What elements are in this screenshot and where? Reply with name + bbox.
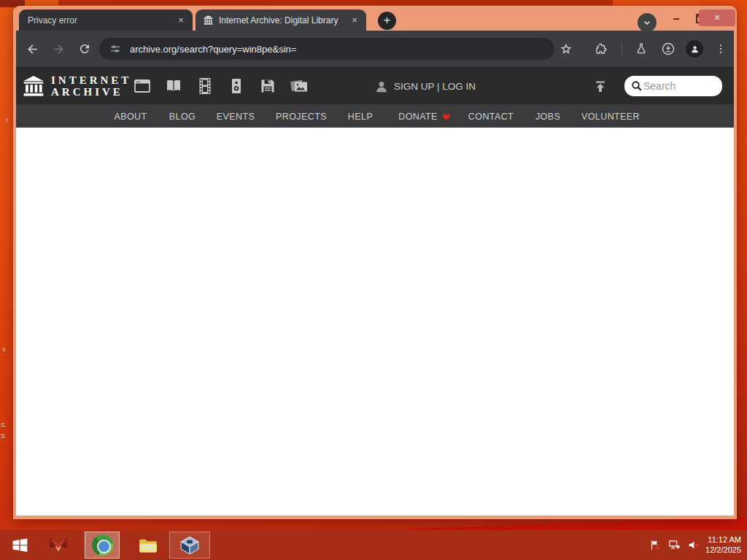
system-tray [649, 530, 700, 560]
audio-icon[interactable] [225, 75, 247, 97]
archive-header: INTERNET ARCHIVE [16, 67, 734, 104]
reload-icon [78, 42, 91, 55]
nav-item-volunteer[interactable]: VOLUNTEER [581, 112, 640, 122]
site-search[interactable] [624, 76, 722, 96]
beaker-icon [635, 42, 648, 55]
taskbar-virtualbox-button[interactable] [169, 532, 210, 559]
taskbar-app-red[interactable] [42, 530, 74, 560]
media-type-menu [131, 75, 310, 97]
archive-favicon-icon [203, 15, 214, 26]
nav-item-blog[interactable]: BLOG [169, 112, 196, 122]
donate-label: DONATE [398, 112, 438, 122]
archive-logo-text: INTERNET ARCHIVE [51, 74, 131, 98]
chrome-icon [92, 534, 113, 556]
profile-button[interactable] [686, 40, 703, 58]
forward-arrow-icon [52, 42, 66, 56]
extensions-button[interactable] [592, 40, 610, 58]
chevron-down-icon [642, 18, 652, 28]
experiments-button[interactable] [632, 40, 650, 58]
nav-item-help[interactable]: HELP [348, 112, 373, 122]
desktop-icon-label-fragment: s [2, 346, 6, 353]
back-arrow-icon [26, 42, 39, 56]
menu-button[interactable] [712, 40, 729, 58]
account-area: SIGN UP | LOG IN [374, 68, 476, 105]
browser-toolbar: archive.org/search?query=win8pe&sin= [16, 31, 734, 67]
video-icon[interactable] [194, 75, 216, 97]
tab-search-button[interactable] [638, 13, 657, 32]
nav-item-projects[interactable]: PROJECTS [276, 112, 327, 122]
star-icon [560, 42, 573, 55]
taskbar-chrome-button[interactable] [85, 532, 120, 559]
page-content: INTERNET ARCHIVE [16, 67, 734, 516]
tab-close-icon[interactable]: × [175, 15, 187, 26]
wallpaper-shape [58, 0, 613, 5]
taskbar-explorer-button[interactable] [131, 530, 165, 560]
tab-privacy-error[interactable]: Privacy error × [19, 9, 193, 31]
windows-taskbar: 11:12 AM 12/2/2025 [0, 530, 747, 560]
person-icon [374, 79, 390, 95]
search-results-area [16, 128, 734, 516]
heart-icon [441, 112, 451, 121]
archive-building-icon [22, 74, 45, 98]
puzzle-icon [595, 42, 608, 55]
network-icon[interactable] [667, 539, 681, 551]
new-tab-button[interactable]: + [378, 12, 396, 30]
download-icon [661, 42, 676, 56]
archive-nav: ABOUT BLOG EVENTS PROJECTS HELP DONATE C… [16, 104, 734, 128]
tab-title: Privacy error [28, 15, 169, 26]
site-settings-icon[interactable] [107, 40, 124, 58]
file-explorer-icon [136, 534, 160, 556]
signup-login-link[interactable]: SIGN UP | LOG IN [394, 81, 476, 92]
tab-close-icon[interactable]: × [349, 15, 360, 26]
desktop-icon-label-fragment: I [6, 117, 8, 124]
reload-button[interactable] [76, 40, 93, 58]
software-icon[interactable] [257, 75, 279, 97]
clock-time: 11:12 AM [705, 534, 741, 545]
archive-logo[interactable]: INTERNET ARCHIVE [22, 74, 131, 98]
desktop-icon-label-fragment: S [1, 432, 5, 440]
minimize-button[interactable]: – [667, 12, 685, 28]
texts-icon[interactable] [163, 75, 185, 97]
kebab-menu-icon [715, 43, 727, 55]
close-window-button[interactable]: × [699, 9, 735, 26]
bookmark-star-button[interactable] [557, 40, 575, 58]
forward-button[interactable] [50, 40, 67, 58]
toolbar-divider [622, 43, 622, 55]
nav-item-donate[interactable]: DONATE [398, 112, 451, 122]
downloads-button[interactable] [659, 40, 677, 58]
clock-date: 12/2/2025 [705, 545, 741, 555]
web-icon[interactable] [131, 75, 153, 97]
action-center-flag-icon[interactable] [649, 539, 662, 551]
taskbar-clock[interactable]: 11:12 AM 12/2/2025 [705, 534, 741, 555]
upload-icon [593, 79, 608, 94]
search-input[interactable] [643, 80, 713, 92]
url-text[interactable]: archive.org/search?query=win8pe&sin= [130, 44, 296, 55]
address-bar[interactable]: archive.org/search?query=win8pe&sin= [99, 38, 554, 60]
windows-logo-icon [11, 536, 29, 554]
tab-title: Internet Archive: Digital Library [219, 15, 343, 26]
desktop-background: I s S S Privacy error × Internet Archive… [0, 0, 747, 560]
search-icon [630, 79, 643, 93]
upload-button[interactable] [591, 77, 610, 96]
red-app-icon [47, 535, 69, 556]
start-button[interactable] [4, 530, 35, 560]
person-icon [689, 44, 700, 55]
images-icon[interactable] [288, 75, 310, 97]
tab-internet-archive[interactable]: Internet Archive: Digital Library × [196, 9, 366, 31]
volume-muted-icon[interactable] [687, 539, 700, 551]
browser-window: Privacy error × Internet Archive: Digita… [13, 6, 737, 519]
nav-item-events[interactable]: EVENTS [217, 112, 255, 122]
nav-item-jobs[interactable]: JOBS [535, 112, 560, 122]
virtualbox-icon [179, 534, 201, 556]
nav-item-contact[interactable]: CONTACT [468, 112, 514, 122]
tab-strip: Privacy error × Internet Archive: Digita… [13, 6, 737, 31]
back-button[interactable] [23, 40, 41, 58]
nav-item-about[interactable]: ABOUT [114, 112, 147, 122]
desktop-icon-label-fragment: S [1, 421, 5, 429]
